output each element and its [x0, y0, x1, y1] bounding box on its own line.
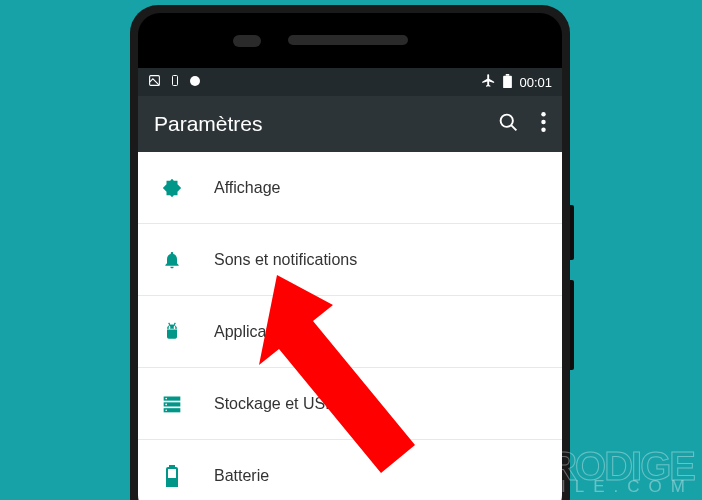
svg-point-17 — [165, 397, 167, 399]
watermark: PRODIGE MOBILE.COM — [495, 451, 694, 494]
status-bar: 00:01 — [138, 68, 562, 96]
storage-icon — [158, 395, 186, 413]
search-icon[interactable] — [498, 112, 519, 137]
battery-icon — [158, 465, 186, 487]
svg-line-11 — [174, 322, 175, 324]
phone-camera — [233, 35, 261, 47]
circle-icon — [189, 75, 201, 90]
svg-line-10 — [169, 322, 170, 324]
brightness-icon — [158, 177, 186, 199]
svg-line-6 — [511, 125, 516, 130]
battery-icon — [503, 74, 512, 91]
svg-point-2 — [190, 76, 200, 86]
phone-speaker — [288, 35, 408, 45]
settings-item-storage[interactable]: Stockage et USB — [138, 368, 562, 440]
svg-rect-4 — [506, 74, 510, 76]
settings-item-label: Applications — [214, 323, 300, 341]
phone-earpiece-area — [138, 13, 562, 68]
more-icon[interactable] — [541, 112, 546, 136]
svg-rect-21 — [170, 465, 174, 468]
svg-point-9 — [541, 128, 545, 132]
phone-frame: 00:01 Paramètres Affichage — [130, 5, 570, 500]
status-time: 00:01 — [519, 75, 552, 90]
svg-point-8 — [541, 120, 545, 124]
android-icon — [158, 321, 186, 343]
svg-point-13 — [174, 325, 176, 327]
settings-list: Affichage Sons et notifications Applicat… — [138, 152, 562, 500]
bell-icon — [158, 250, 186, 270]
settings-item-label: Batterie — [214, 467, 269, 485]
phone-icon — [169, 74, 181, 90]
svg-point-7 — [541, 112, 545, 116]
phone-side-button — [570, 280, 574, 370]
phone-side-button — [570, 205, 574, 260]
settings-item-label: Affichage — [214, 179, 280, 197]
svg-rect-3 — [504, 75, 513, 87]
watermark-line2: MOBILE.COM — [495, 481, 694, 494]
settings-item-sound[interactable]: Sons et notifications — [138, 224, 562, 296]
svg-point-12 — [169, 325, 171, 327]
svg-point-18 — [165, 403, 167, 405]
phone-screen: 00:01 Paramètres Affichage — [138, 13, 562, 500]
settings-item-display[interactable]: Affichage — [138, 152, 562, 224]
svg-rect-22 — [167, 479, 177, 486]
settings-item-applications[interactable]: Applications — [138, 296, 562, 368]
image-icon — [148, 74, 161, 90]
app-bar: Paramètres — [138, 96, 562, 152]
airplane-icon — [481, 73, 496, 91]
settings-item-label: Sons et notifications — [214, 251, 357, 269]
svg-point-19 — [165, 409, 167, 411]
settings-item-label: Stockage et USB — [214, 395, 336, 413]
svg-rect-1 — [173, 76, 178, 86]
svg-point-5 — [501, 114, 513, 126]
page-title: Paramètres — [154, 112, 263, 136]
